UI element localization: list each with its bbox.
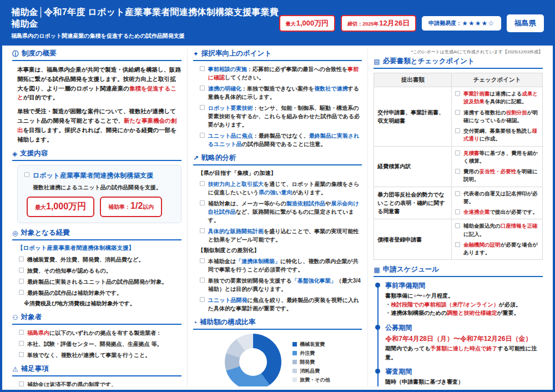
checkbox-icon (200, 228, 205, 233)
check-item-text: 連携する複数社の役割分担が明確になっているか確認。 (463, 109, 539, 125)
check-item-text: 本社、試験・評価センター、開発拠点、生産拠点 等。 (27, 340, 162, 348)
support-card-desc: 複数社連携によるユニット品の試作品開発を支援。 (33, 184, 174, 192)
section-heading: 採択率向上のポイント (201, 49, 271, 58)
legend-item: 開発費 (292, 359, 330, 366)
check-item: 代表者の自署又は記名押印が必要。 (455, 190, 539, 206)
header-badges: 最大1,000万円 締切：2025年12月26日 申請難易度：★★★★☆ 福島県 (279, 14, 544, 32)
section-expenses: ◎対象となる経費 【ロボット産業事業者間連携体制構築支援】 機械装置費、外注費、… (12, 228, 181, 308)
check-item-text: 事前相談の実施：応募前に必ず事業の趣旨への合致性を事前に確認してください。 (208, 65, 362, 82)
check-item: 旅費、その他知事が認めるもの。 (19, 267, 181, 275)
legend-swatch-icon (292, 342, 297, 346)
check-item: ユニット品開発に焦点を絞り、最終製品の実装を視野に入れた具体的な事業計画が重要で… (200, 296, 362, 313)
left-column: ⓘ制度の概要 本事業は、福島県内企業が共同で製造・供給網を構築し、販路開拓に繋が… (7, 49, 187, 386)
max-amount-value: 1,000万円 (296, 18, 329, 28)
clipboard-icon: ▤ (374, 58, 380, 65)
section-title-overview: ⓘ制度の概要 (12, 49, 181, 61)
legend-label: 消耗品費 (300, 368, 320, 375)
legend-item: 旅費・その他 (292, 376, 330, 384)
check-item: 費用の妥当性・必要性を明確に説明。 (455, 168, 539, 184)
checkbox-icon (200, 297, 205, 302)
difficulty-label: 申請難易度： (428, 19, 462, 27)
checkpoints-cell: 事業計画書は連携による成果と波及効果を具体的に記載。連携する複数社の役割分担が明… (452, 87, 543, 147)
analysis-group2-heading: 【類似制度との差別化】 (198, 247, 362, 254)
timeline-milestone: 公募期間令和7年4月28日（月）〜令和7年12月26日（金）期間内であっても予算… (385, 323, 543, 362)
check-item: 本補助金は「連携体制構築」に特化し、複数の県内企業が共同で事業を行うことが必須要… (200, 257, 362, 274)
checkbox-icon (19, 279, 24, 284)
paragraph: 単独で受注・製造が困難な案件について、複数社が連携してユニット品の開発を可能とす… (17, 107, 181, 144)
support-program-name: ロボット産業事業者間連携体制構築支援 (33, 171, 153, 180)
check-item-text: 単独での要素技術開発を支援する「基盤強化事業」（最大3/4補助）とは目的が異なり… (208, 277, 362, 293)
check-item-text: ロボット要素技術：センサ、知能・制御系、駆動・構造系の要素技術を有するか、これら… (208, 104, 362, 129)
section-title-schedule: ▦申請スケジュール (374, 265, 543, 277)
check-item: 最終製品に実装されるユニット品の試作品開発が対象。 (19, 278, 181, 286)
check-item: 補助対象は、メーカー等からの製造依頼試作品や展示会向け自社試作品など、販路開拓に… (200, 199, 362, 224)
amount-badges: 最大1,000万円 補助率：1/2以内 (27, 197, 174, 217)
check-item-text: 代表者の自署又は記名押印が必要。 (463, 190, 539, 206)
milestone-label: 事前準備期間 (385, 281, 543, 290)
table-row: 暴力団等反社会的勢力でないことの表明・確約に関する同意書代表者の自署又は記名押印… (374, 187, 543, 219)
timeline-dot-icon (375, 369, 380, 374)
section-documents: ▤必要書類とチェックポイント 提出書類 チェックポイント 交付申請書、事業計画書… (374, 57, 543, 260)
report-page: 補助金│令和7年度 ロボット産業事業者間連携体制構築支援事業費補助金 福島県内の… (0, 0, 555, 392)
checkbox-icon (200, 66, 205, 71)
milestone-label: 審査期間 (385, 367, 543, 376)
milestone-line: ・連携体制構築のための調整と技術仕様確定が重要。 (385, 309, 543, 318)
difficulty-badge: 申請難易度：★★★★☆ (422, 16, 501, 31)
check-item-text: 本補助金は「連携体制構築」に特化し、複数の県内企業が共同で事業を行うことが必須要… (208, 257, 362, 274)
section-schedule: ▦申請スケジュール 事前準備期間書類準備に○〜○ケ月程度。・検討段階での事前相談… (374, 265, 543, 386)
section-heading: 対象となる経費 (21, 228, 69, 238)
checkpoints-cell: 代表者の自署又は記名押印が必要。全連携企業で提出が必要です。 (452, 187, 543, 219)
timeline-dot-icon (375, 325, 380, 330)
overview-paragraphs: 本事業は、福島県内企業が共同で製造・供給網を構築し、販路開拓に繋がる試作品開発を… (12, 65, 181, 144)
header: 補助金│令和7年度 ロボット産業事業者間連携体制構築支援事業費補助金 福島県内の… (2, 2, 553, 46)
support-body: ロボット産業事業者間連携体制構築支援 複数社連携によるユニット品の試作品開発を支… (12, 165, 181, 223)
pie-chart-icon: ◔ (193, 319, 197, 326)
ai-generated-note: *このレポートは生成AIにて作成されています【2025/12/03作成】 (374, 49, 543, 55)
support-card-heading: ロボット産業事業者間連携体制構築支援 (24, 171, 174, 180)
analysis-group1-list: 技術力向上と取引拡大を通じて、ロボット産業の集積をさらに促進したいという県の強い… (198, 180, 362, 244)
legend-swatch-icon (292, 351, 297, 355)
middle-column: ✦採択率向上のポイント 事前相談の実施：応募前に必ず事業の趣旨への合致性を事前に… (187, 49, 369, 386)
chart-legend: 機械装置費外注費開発費消耗品費旅費・その他 (292, 339, 330, 385)
checkbox-icon (200, 133, 205, 138)
section-heading: 必要書類とチェックポイント (383, 57, 475, 66)
section-heading: 補足事項 (21, 364, 49, 374)
check-item-text: 単独でなく、複数社が連携して事業を行うこと。 (27, 351, 150, 359)
section-title-points: ✦採択率向上のポイント (193, 49, 362, 61)
paragraph: 本事業は、福島県内企業が共同で製造・供給網を構築し、販路開拓に繋がる試作品開発を… (17, 65, 181, 102)
document-name-cell: 暴力団等反社会的勢力でないことの表明・確約に関する同意書 (374, 187, 452, 219)
check-item-text: 機械装置費、外注費、開発費、消耗品費など。 (27, 255, 144, 264)
check-item-text: 交付要綱、募集要領を熟読し様式通りに作成。 (463, 127, 539, 143)
page-title: 補助金│令和7年度 ロボット産業事業者間連携体制構築支援事業費補助金 (11, 7, 279, 30)
check-item: 具体的な販路開拓計画を盛り込むことで、事業の実現可能性と効果をアピール可能です。 (200, 227, 362, 244)
timeline-milestone: 事前準備期間書類準備に○〜○ケ月程度。・検討段階での事前相談（来庁/オンライン）… (385, 281, 543, 318)
section-points: ✦採択率向上のポイント 事前相談の実施：応募前に必ず事業の趣旨への合致性を事前に… (193, 49, 362, 148)
checkbox-icon (24, 172, 29, 177)
calendar-icon: ▦ (374, 267, 380, 273)
checkbox-icon (455, 223, 460, 228)
check-item: 金融機関の証明が必要な場合があります。 (455, 241, 539, 257)
points-list: 事前相談の実施：応募前に必ず事業の趣旨への合致性を事前に確認してください。連携の… (193, 65, 362, 148)
section-title-expenses: ◎対象となる経費 (12, 228, 181, 240)
legend-label: 開発費 (300, 359, 315, 366)
header-titles: 補助金│令和7年度 ロボット産業事業者間連携体制構築支援事業費補助金 福島県内の… (11, 7, 279, 40)
check-item: 福島県内に以下のいずれかの拠点を有する製造業者： (19, 329, 181, 337)
checkbox-icon (19, 341, 24, 346)
star-rating-icon: ★★★★☆ (462, 19, 495, 27)
check-item: 連携する複数社の役割分担が明確になっているか確認。 (455, 109, 539, 125)
people-icon: ⚇ (12, 314, 18, 321)
legend-swatch-icon (292, 378, 297, 382)
checkbox-icon (200, 278, 205, 283)
section-overview: ⓘ制度の概要 本事業は、福島県内企業が共同で製造・供給網を構築し、販路開拓に繋が… (12, 49, 181, 144)
max-amount-badge: 最大1,000万円 (279, 15, 336, 32)
badge-prefix: 最大 (35, 204, 46, 212)
check-item-text: 旅費、その他知事が認めるもの。 (27, 267, 112, 275)
checkbox-icon (19, 352, 24, 357)
milestone-label: 公募期間 (385, 323, 543, 333)
section-title-documents: ▤必要書類とチェックポイント (374, 57, 543, 69)
checkbox-icon (455, 91, 460, 96)
deadline-badge: 締切：2025年12月26日 (341, 15, 416, 32)
checkbox-icon (200, 105, 205, 110)
analysis-body: 【県が目指す「集積」の加速】 技術力向上と取引拡大を通じて、ロボット産業の集積を… (193, 169, 362, 313)
schedule-timeline: 事前準備期間書類準備に○〜○ケ月程度。・検討段階での事前相談（来庁/オンライン）… (377, 281, 543, 386)
